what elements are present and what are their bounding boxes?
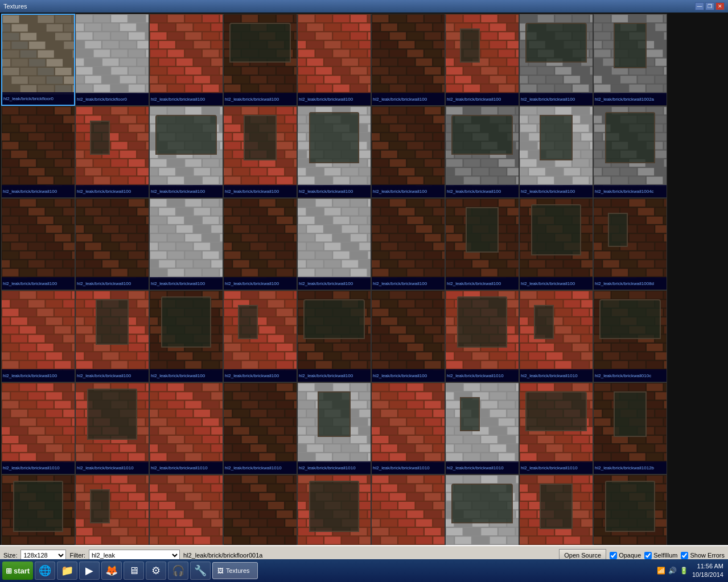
- texture-label: hl2_leak/brick/brickfloor0: [76, 93, 149, 105]
- texture-image: [76, 14, 149, 94]
- texture-image: [594, 106, 667, 186]
- texture-cell[interactable]: hl2_leak/brick/brickwall100: [519, 198, 593, 290]
- tray-battery-icon[interactable]: 🔋: [680, 566, 689, 575]
- selfillum-checkbox[interactable]: [644, 552, 652, 559]
- texture-cell[interactable]: hl2_leak/brick/brickwall1010: [1, 382, 75, 474]
- texture-cell[interactable]: hl2_leak/brick/brickwall1010: [371, 474, 445, 545]
- texture-cell[interactable]: hl2_leak/brick/brickwall100: [371, 198, 445, 290]
- texture-cell[interactable]: hl2_leak/brick/brickwall100: [297, 106, 371, 198]
- texture-cell[interactable]: hl2_leak/brick/brickwall1010: [75, 382, 149, 474]
- texture-cell[interactable]: hl2_leak/brick/brickwall1010: [149, 382, 223, 474]
- system-tray: 📶 🔊 🔋: [657, 566, 689, 575]
- texture-label: hl2_leak/brick/brickwall100: [224, 277, 297, 290]
- texture-grid[interactable]: hl2_leak/brick/brickfloor0hl2_leak/brick…: [0, 13, 728, 545]
- texture-image: [150, 475, 223, 545]
- texture-cell[interactable]: hl2_leak/brick/brickwall100: [371, 14, 445, 106]
- taskbar-firefox-icon[interactable]: 🦊: [101, 562, 122, 580]
- texture-cell[interactable]: hl2_leak/brick/brickwall1010: [445, 290, 519, 382]
- texture-cell[interactable]: hl2_leak/brick/brickwall1010: [519, 474, 593, 545]
- texture-cell[interactable]: hl2_leak/brick/brickwall1004c: [593, 106, 667, 198]
- texture-image: [76, 199, 149, 278]
- texture-label: hl2_leak/brick/brickwall100: [446, 93, 519, 105]
- texture-image: [594, 291, 667, 370]
- texture-cell[interactable]: hl2_leak/brick/brickwall100: [149, 106, 223, 198]
- texture-cell[interactable]: hl2_leak/brick/brickwall100: [149, 14, 223, 106]
- opaque-checkbox[interactable]: [610, 552, 617, 559]
- texture-cell[interactable]: hl2_leak/brick/brickwall1010: [223, 474, 297, 545]
- texture-cell[interactable]: hl2_leak/brick/brickwall100: [75, 290, 149, 382]
- start-button[interactable]: ⊞ start: [2, 562, 33, 580]
- texture-cell[interactable]: hl2_leak/brick/brickwall1010: [297, 474, 371, 545]
- size-label: Size:: [3, 552, 17, 559]
- texture-image: [150, 14, 223, 94]
- taskbar-media-icon[interactable]: ▶: [79, 562, 100, 580]
- texture-cell[interactable]: hl2_leak/brick/brickwall100: [223, 14, 297, 106]
- title-bar-title: Textures: [3, 3, 27, 10]
- showerrors-checkbox[interactable]: [681, 552, 688, 559]
- texture-cell[interactable]: hl2_leak/brick/brickwall1010: [75, 474, 149, 545]
- texture-cell[interactable]: hl2_leak/brick/brickfloor0: [75, 14, 149, 106]
- texture-cell[interactable]: hl2_leak/brick/brickwall1002a: [593, 14, 667, 106]
- texture-cell[interactable]: hl2_leak/brick/brickwall1010: [149, 474, 223, 545]
- texture-cell[interactable]: hl2_leak/brick/brickwall100: [371, 106, 445, 198]
- texture-cell[interactable]: hl2_leak/brick/brickwall100: [1, 198, 75, 290]
- system-clock[interactable]: 11:56 AM 10/18/2014: [692, 562, 723, 580]
- texture-cell[interactable]: hl2_leak/brick/brickwall100: [445, 14, 519, 106]
- texture-cell[interactable]: hl2_leak/brick/brickwall100: [75, 106, 149, 198]
- texture-cell[interactable]: hl2_leak/brick/brickwall100: [223, 198, 297, 290]
- taskbar-ie-icon[interactable]: 🌐: [35, 562, 55, 580]
- texture-cell[interactable]: hl2_leak/brick/brickwall1010: [297, 382, 371, 474]
- taskbar-monitor-icon[interactable]: 🖥: [124, 562, 144, 580]
- texture-cell[interactable]: hl2_leak/brick/brickwall1010: [519, 382, 593, 474]
- texture-label: hl2_leak/brick/brickwall100: [150, 277, 223, 290]
- texture-cell[interactable]: hl2_leak/brick/brickwall1010: [445, 474, 519, 545]
- texture-cell[interactable]: hl2_leak/brick/brickwall100: [223, 290, 297, 382]
- texture-image: [76, 475, 149, 545]
- texture-cell[interactable]: hl2_leak/brick/brickwall100: [1, 290, 75, 382]
- texture-label: hl2_leak/brick/brickwall100: [2, 369, 75, 382]
- texture-cell[interactable]: hl2_leak/brick/brickwall100: [149, 290, 223, 382]
- texture-cell[interactable]: hl2_leak/brick/brickwall100: [297, 14, 371, 106]
- texture-image: [150, 291, 223, 370]
- texture-cell[interactable]: hl2_leak/brick/brickwall100: [297, 198, 371, 290]
- texture-cell[interactable]: hl2_leak/brick/brickwall1012b: [593, 382, 667, 474]
- texture-image: [224, 291, 297, 370]
- texture-cell[interactable]: hl2_leak/brick/brickwall100: [445, 106, 519, 198]
- tray-network-icon[interactable]: 📶: [657, 566, 666, 575]
- texture-cell[interactable]: hl2_leak/brick/brickwall1012b: [593, 474, 667, 545]
- texture-label: hl2_leak/brick/brickwall1010: [298, 461, 371, 474]
- texture-cell[interactable]: hl2_leak/brick/brickwall100: [371, 290, 445, 382]
- texture-cell[interactable]: hl2_leak/brick/brickwall100: [149, 198, 223, 290]
- maximize-button[interactable]: ❐: [705, 2, 714, 10]
- texture-image: [372, 106, 445, 186]
- texture-cell[interactable]: hl2_leak/brick/brickwall100: [75, 198, 149, 290]
- texture-cell[interactable]: hl2_leak/brick/brickwall100: [297, 290, 371, 382]
- taskbar-active-textures[interactable]: 🖼 Textures: [212, 562, 258, 579]
- close-button[interactable]: ✕: [715, 2, 725, 10]
- texture-image: [2, 199, 75, 278]
- texture-cell[interactable]: hl2_leak/brick/brickwall100: [445, 198, 519, 290]
- texture-label: hl2_leak/brick/brickwall100: [298, 277, 371, 290]
- texture-cell[interactable]: hl2_leak/brick/brickwall100: [1, 106, 75, 198]
- texture-cell[interactable]: hl2_leak/brick/brickwall010c: [593, 290, 667, 382]
- taskbar-folder-icon[interactable]: 📁: [57, 562, 77, 580]
- taskbar-headset-icon[interactable]: 🎧: [168, 562, 188, 580]
- texture-cell[interactable]: hl2_leak/brick/brickwall1008d: [593, 198, 667, 290]
- texture-cell[interactable]: hl2_leak/brick/brickwall1010: [519, 290, 593, 382]
- texture-cell[interactable]: hl2_leak/brick/brickwall1010: [223, 382, 297, 474]
- texture-cell[interactable]: hl2_leak/brick/brickwall1010: [445, 382, 519, 474]
- minimize-button[interactable]: —: [695, 2, 704, 10]
- tray-volume-icon[interactable]: 🔊: [668, 566, 677, 575]
- taskbar-steam-icon[interactable]: ⚙: [146, 562, 166, 580]
- texture-cell[interactable]: hl2_leak/brick/brickwall100: [519, 14, 593, 106]
- texture-cell[interactable]: hl2_leak/brick/brickwall1010: [1, 474, 75, 545]
- texture-cell[interactable]: hl2_leak/brick/brickfloor0: [1, 14, 75, 106]
- texture-cell[interactable]: hl2_leak/brick/brickwall100: [519, 106, 593, 198]
- texture-cell[interactable]: hl2_leak/brick/brickwall100: [223, 106, 297, 198]
- texture-label: hl2_leak/brick/brickwall100: [520, 277, 593, 290]
- texture-cell[interactable]: hl2_leak/brick/brickwall1010: [371, 382, 445, 474]
- taskbar-app-icon[interactable]: 🔧: [190, 562, 211, 580]
- texture-label: hl2_leak/brick/brickwall100: [298, 185, 371, 197]
- texture-label: hl2_leak/brick/brickwall010c: [594, 369, 667, 382]
- texture-label: hl2_leak/brick/brickwall100: [520, 185, 593, 197]
